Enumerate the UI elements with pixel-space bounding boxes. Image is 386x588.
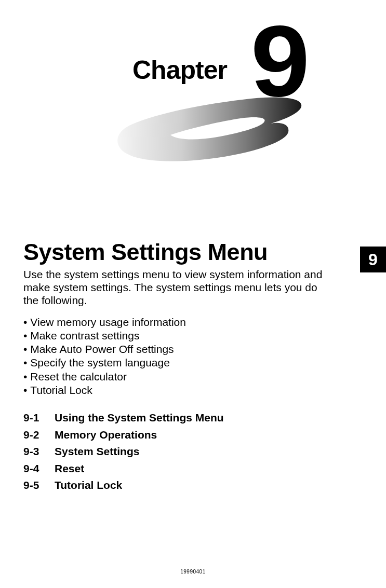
- side-tab-number: 9: [368, 250, 378, 269]
- bullet-list: •View memory usage information •Make con…: [23, 316, 363, 398]
- bullet-text: Reset the calculator: [30, 370, 127, 384]
- toc-item: 9-1Using the System Settings Menu: [23, 409, 363, 427]
- toc-title: Reset: [55, 460, 84, 477]
- bullet-icon: •: [23, 356, 27, 370]
- chapter-label: Chapter: [132, 55, 227, 85]
- toc-title: Memory Operations: [55, 427, 157, 444]
- page: Chapter 9 System Settings Menu 9 Use the…: [0, 0, 386, 588]
- bullet-text: Specify the system language: [30, 356, 170, 370]
- toc-item: 9-5Tutorial Lock: [23, 477, 363, 494]
- bullet-icon: •: [23, 316, 27, 329]
- side-tab: 9: [360, 247, 386, 272]
- toc-title: Tutorial Lock: [55, 477, 122, 494]
- list-item: •Make Auto Power Off settings: [23, 343, 363, 356]
- intro-paragraph: Use the system settings menu to view sys…: [23, 268, 335, 307]
- toc-number: 9-4: [23, 460, 55, 477]
- bullet-icon: •: [23, 384, 27, 397]
- list-item: •Specify the system language: [23, 356, 363, 370]
- bullet-text: View memory usage information: [30, 316, 186, 329]
- chapter-header: Chapter 9: [23, 16, 363, 187]
- bullet-icon: •: [23, 370, 27, 384]
- list-item: •Make contrast settings: [23, 329, 363, 343]
- toc-number: 9-3: [23, 443, 55, 460]
- bullet-icon: •: [23, 329, 27, 343]
- bullet-text: Make Auto Power Off settings: [30, 343, 174, 356]
- list-item: •Tutorial Lock: [23, 384, 363, 397]
- footer-code: 19990401: [0, 569, 386, 575]
- toc-item: 9-3System Settings: [23, 443, 363, 460]
- page-title: System Settings Menu: [23, 239, 363, 266]
- bullet-icon: •: [23, 343, 27, 356]
- list-item: •View memory usage information: [23, 316, 363, 329]
- bullet-text: Tutorial Lock: [30, 384, 92, 397]
- bullet-text: Make contrast settings: [30, 329, 139, 343]
- toc-title: Using the System Settings Menu: [55, 409, 224, 427]
- list-item: •Reset the calculator: [23, 370, 363, 384]
- toc-number: 9-5: [23, 477, 55, 494]
- toc-item: 9-2Memory Operations: [23, 427, 363, 444]
- toc-item: 9-4Reset: [23, 460, 363, 477]
- chapter-number-large: 9: [250, 10, 305, 112]
- toc-number: 9-1: [23, 409, 55, 427]
- toc-number: 9-2: [23, 427, 55, 444]
- toc-list: 9-1Using the System Settings Menu 9-2Mem…: [23, 409, 363, 494]
- toc-title: System Settings: [55, 443, 139, 460]
